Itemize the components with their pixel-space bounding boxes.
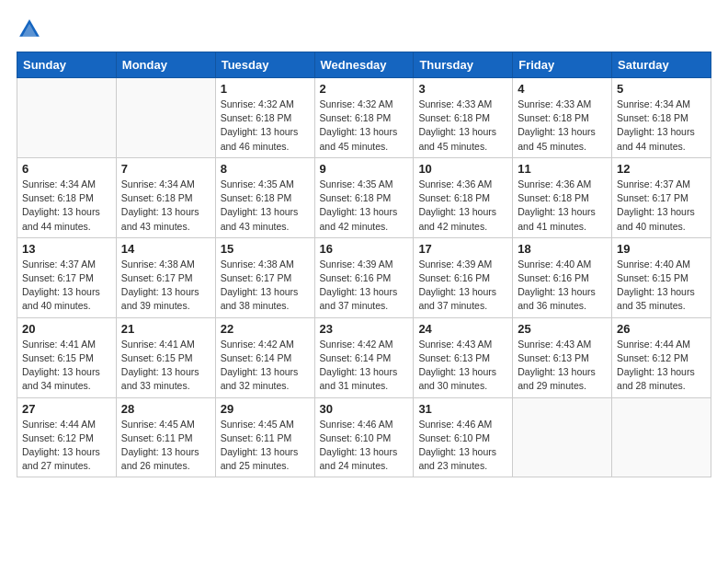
calendar-cell: 3Sunrise: 4:33 AM Sunset: 6:18 PM Daylig… (414, 78, 513, 158)
day-info: Sunrise: 4:34 AM Sunset: 6:18 PM Dayligh… (617, 98, 706, 154)
day-info: Sunrise: 4:46 AM Sunset: 6:10 PM Dayligh… (418, 418, 507, 474)
calendar-cell: 6Sunrise: 4:34 AM Sunset: 6:18 PM Daylig… (17, 157, 117, 237)
weekday-header-saturday: Saturday (612, 52, 711, 78)
day-info: Sunrise: 4:32 AM Sunset: 6:18 PM Dayligh… (221, 98, 310, 154)
weekday-header-sunday: Sunday (17, 52, 117, 78)
day-number: 16 (320, 242, 409, 256)
calendar-cell: 9Sunrise: 4:35 AM Sunset: 6:18 PM Daylig… (314, 157, 414, 237)
day-info: Sunrise: 4:33 AM Sunset: 6:18 PM Dayligh… (418, 98, 507, 154)
logo (17, 17, 44, 42)
weekday-header-thursday: Thursday (414, 52, 513, 78)
calendar-cell: 14Sunrise: 4:38 AM Sunset: 6:17 PM Dayli… (116, 237, 215, 317)
calendar-cell: 26Sunrise: 4:44 AM Sunset: 6:12 PM Dayli… (612, 317, 711, 397)
day-info: Sunrise: 4:42 AM Sunset: 6:14 PM Dayligh… (320, 338, 409, 394)
day-number: 8 (221, 162, 310, 176)
calendar-cell: 31Sunrise: 4:46 AM Sunset: 6:10 PM Dayli… (414, 397, 513, 477)
day-info: Sunrise: 4:37 AM Sunset: 6:17 PM Dayligh… (22, 258, 111, 314)
logo-icon (17, 17, 42, 42)
calendar-cell: 23Sunrise: 4:42 AM Sunset: 6:14 PM Dayli… (314, 317, 414, 397)
day-info: Sunrise: 4:34 AM Sunset: 6:18 PM Dayligh… (22, 178, 111, 234)
day-info: Sunrise: 4:34 AM Sunset: 6:18 PM Dayligh… (121, 178, 210, 234)
day-number: 18 (518, 242, 607, 256)
calendar-cell: 12Sunrise: 4:37 AM Sunset: 6:17 PM Dayli… (612, 157, 711, 237)
day-info: Sunrise: 4:46 AM Sunset: 6:10 PM Dayligh… (320, 418, 409, 474)
day-info: Sunrise: 4:39 AM Sunset: 6:16 PM Dayligh… (418, 258, 507, 314)
weekday-header-wednesday: Wednesday (314, 52, 414, 78)
day-number: 2 (320, 82, 409, 96)
calendar-cell (17, 78, 117, 158)
calendar-cell (513, 397, 612, 477)
day-number: 25 (518, 322, 607, 336)
day-number: 19 (617, 242, 706, 256)
day-info: Sunrise: 4:39 AM Sunset: 6:16 PM Dayligh… (320, 258, 409, 314)
day-number: 30 (320, 402, 409, 416)
day-info: Sunrise: 4:44 AM Sunset: 6:12 PM Dayligh… (22, 418, 111, 474)
day-number: 28 (121, 402, 210, 416)
calendar-cell: 22Sunrise: 4:42 AM Sunset: 6:14 PM Dayli… (215, 317, 314, 397)
day-info: Sunrise: 4:40 AM Sunset: 6:16 PM Dayligh… (518, 258, 607, 314)
calendar-cell: 19Sunrise: 4:40 AM Sunset: 6:15 PM Dayli… (612, 237, 711, 317)
calendar-cell: 28Sunrise: 4:45 AM Sunset: 6:11 PM Dayli… (116, 397, 215, 477)
day-number: 9 (320, 162, 409, 176)
day-number: 22 (221, 322, 310, 336)
day-info: Sunrise: 4:35 AM Sunset: 6:18 PM Dayligh… (221, 178, 310, 234)
weekday-header-monday: Monday (116, 52, 215, 78)
day-number: 5 (617, 82, 706, 96)
day-info: Sunrise: 4:35 AM Sunset: 6:18 PM Dayligh… (320, 178, 409, 234)
calendar-cell: 4Sunrise: 4:33 AM Sunset: 6:18 PM Daylig… (513, 78, 612, 158)
calendar-cell: 25Sunrise: 4:43 AM Sunset: 6:13 PM Dayli… (513, 317, 612, 397)
calendar-cell: 15Sunrise: 4:38 AM Sunset: 6:17 PM Dayli… (215, 237, 314, 317)
day-number: 1 (221, 82, 310, 96)
calendar-cell (116, 78, 215, 158)
day-info: Sunrise: 4:43 AM Sunset: 6:13 PM Dayligh… (518, 338, 607, 394)
week-row-0: 1Sunrise: 4:32 AM Sunset: 6:18 PM Daylig… (17, 78, 711, 158)
calendar-cell: 1Sunrise: 4:32 AM Sunset: 6:18 PM Daylig… (215, 78, 314, 158)
day-info: Sunrise: 4:32 AM Sunset: 6:18 PM Dayligh… (320, 98, 409, 154)
header (17, 17, 711, 42)
week-row-1: 6Sunrise: 4:34 AM Sunset: 6:18 PM Daylig… (17, 157, 711, 237)
calendar-cell: 7Sunrise: 4:34 AM Sunset: 6:18 PM Daylig… (116, 157, 215, 237)
day-number: 14 (121, 242, 210, 256)
calendar-cell: 8Sunrise: 4:35 AM Sunset: 6:18 PM Daylig… (215, 157, 314, 237)
calendar-cell: 2Sunrise: 4:32 AM Sunset: 6:18 PM Daylig… (314, 78, 414, 158)
day-info: Sunrise: 4:45 AM Sunset: 6:11 PM Dayligh… (121, 418, 210, 474)
day-number: 4 (518, 82, 607, 96)
weekday-header-row: SundayMondayTuesdayWednesdayThursdayFrid… (17, 52, 711, 78)
day-number: 24 (418, 322, 507, 336)
day-info: Sunrise: 4:45 AM Sunset: 6:11 PM Dayligh… (221, 418, 310, 474)
day-info: Sunrise: 4:43 AM Sunset: 6:13 PM Dayligh… (418, 338, 507, 394)
day-info: Sunrise: 4:41 AM Sunset: 6:15 PM Dayligh… (121, 338, 210, 394)
calendar-cell: 30Sunrise: 4:46 AM Sunset: 6:10 PM Dayli… (314, 397, 414, 477)
day-number: 27 (22, 402, 111, 416)
calendar-cell: 16Sunrise: 4:39 AM Sunset: 6:16 PM Dayli… (314, 237, 414, 317)
calendar-cell (612, 397, 711, 477)
day-number: 3 (418, 82, 507, 96)
day-number: 10 (418, 162, 507, 176)
day-info: Sunrise: 4:38 AM Sunset: 6:17 PM Dayligh… (121, 258, 210, 314)
calendar-cell: 27Sunrise: 4:44 AM Sunset: 6:12 PM Dayli… (17, 397, 117, 477)
day-info: Sunrise: 4:44 AM Sunset: 6:12 PM Dayligh… (617, 338, 706, 394)
day-info: Sunrise: 4:36 AM Sunset: 6:18 PM Dayligh… (518, 178, 607, 234)
page: SundayMondayTuesdayWednesdayThursdayFrid… (0, 0, 728, 563)
day-number: 11 (518, 162, 607, 176)
calendar: SundayMondayTuesdayWednesdayThursdayFrid… (17, 52, 711, 477)
day-number: 15 (221, 242, 310, 256)
day-info: Sunrise: 4:41 AM Sunset: 6:15 PM Dayligh… (22, 338, 111, 394)
calendar-cell: 17Sunrise: 4:39 AM Sunset: 6:16 PM Dayli… (414, 237, 513, 317)
calendar-cell: 21Sunrise: 4:41 AM Sunset: 6:15 PM Dayli… (116, 317, 215, 397)
calendar-cell: 29Sunrise: 4:45 AM Sunset: 6:11 PM Dayli… (215, 397, 314, 477)
day-number: 13 (22, 242, 111, 256)
day-info: Sunrise: 4:38 AM Sunset: 6:17 PM Dayligh… (221, 258, 310, 314)
day-number: 29 (221, 402, 310, 416)
calendar-cell: 24Sunrise: 4:43 AM Sunset: 6:13 PM Dayli… (414, 317, 513, 397)
day-number: 6 (22, 162, 111, 176)
week-row-2: 13Sunrise: 4:37 AM Sunset: 6:17 PM Dayli… (17, 237, 711, 317)
calendar-cell: 18Sunrise: 4:40 AM Sunset: 6:16 PM Dayli… (513, 237, 612, 317)
weekday-header-friday: Friday (513, 52, 612, 78)
day-number: 31 (418, 402, 507, 416)
day-number: 26 (617, 322, 706, 336)
day-info: Sunrise: 4:33 AM Sunset: 6:18 PM Dayligh… (518, 98, 607, 154)
calendar-cell: 10Sunrise: 4:36 AM Sunset: 6:18 PM Dayli… (414, 157, 513, 237)
day-number: 20 (22, 322, 111, 336)
week-row-3: 20Sunrise: 4:41 AM Sunset: 6:15 PM Dayli… (17, 317, 711, 397)
